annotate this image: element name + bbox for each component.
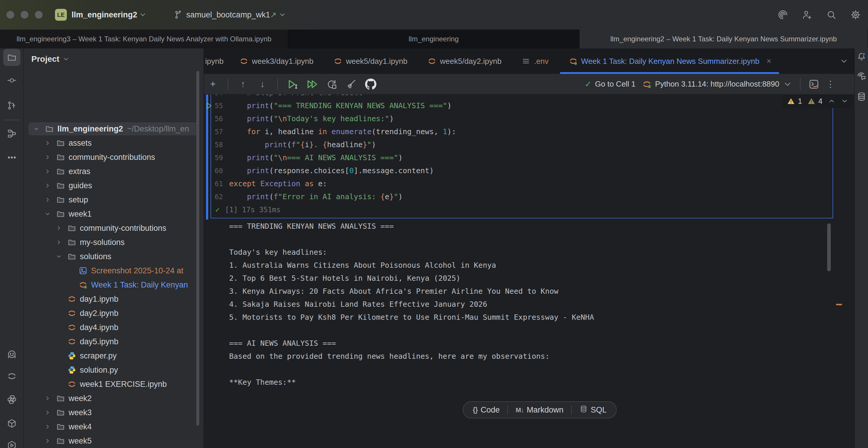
code-line[interactable]: 57 for i, headline in enumerate(trending… — [204, 125, 855, 138]
tree-chevron-icon[interactable] — [44, 154, 51, 160]
tree-item[interactable]: Screenshot 2025-10-24 at — [24, 264, 204, 278]
huggingface-button[interactable] — [3, 346, 21, 363]
tree-item[interactable]: day2.ipynb — [24, 306, 204, 320]
project-folder-button[interactable] — [3, 49, 21, 66]
database-button[interactable] — [856, 91, 867, 102]
tree-chevron-icon[interactable] — [44, 395, 51, 402]
ai-assistant-icon[interactable] — [778, 9, 788, 20]
tree-item[interactable]: week1 — [24, 207, 204, 221]
tree-item[interactable]: guides — [24, 179, 204, 193]
tree-chevron-icon[interactable] — [44, 211, 51, 217]
tree-item[interactable]: my-solutions — [24, 235, 204, 249]
clear-outputs-button[interactable] — [345, 78, 357, 90]
github-icon[interactable] — [365, 78, 377, 90]
tree-chevron-icon[interactable] — [44, 140, 51, 146]
tree-item[interactable]: week1 EXERCISE.ipynb — [24, 377, 204, 391]
tree-item[interactable]: community-contributions — [24, 150, 204, 164]
tree-item[interactable]: scraper.py — [24, 349, 204, 363]
move-cell-up-button[interactable]: ↑ — [237, 78, 249, 90]
restart-kernel-button[interactable] — [326, 78, 338, 90]
tree-item[interactable]: week2 — [24, 391, 204, 406]
tree-item[interactable]: assets — [24, 136, 204, 150]
tree-item[interactable]: week3 — [24, 406, 204, 420]
next-problem-chevron-icon[interactable] — [841, 97, 848, 105]
tree-item[interactable]: Week 1 Task: Daily Kenyan — [24, 278, 204, 292]
run-all-cells-button[interactable] — [306, 78, 318, 90]
chevron-down-icon[interactable] — [139, 11, 147, 19]
more-options-kebab-icon[interactable]: ⋮ — [826, 80, 835, 89]
tree-item[interactable]: solutions — [24, 249, 204, 264]
tree-chevron-icon[interactable] — [56, 239, 62, 246]
code-line[interactable]: 62 print(f"Error in AI analysis: {e}") — [204, 190, 855, 203]
tree-chevron-icon[interactable] — [56, 225, 62, 231]
editor-tab[interactable]: Week 1 Task: Daily Kenyan News Summarize… — [559, 49, 781, 74]
code-line[interactable]: 61except Exception as e: — [204, 177, 855, 190]
output-scrollbar[interactable] — [827, 223, 831, 271]
close-tab-icon[interactable]: × — [767, 57, 771, 66]
window-zoom-button[interactable] — [35, 11, 42, 19]
code-line[interactable]: 56 print("\nToday's key headlines:") — [204, 112, 855, 125]
hidden-tabs-chevron-icon[interactable] — [840, 57, 848, 66]
tree-chevron-icon[interactable] — [44, 182, 51, 189]
code-line[interactable]: 58 print(f"{i}. {headline}") — [204, 138, 855, 151]
window-tab[interactable]: llm_engineering — [288, 30, 580, 49]
code-line[interactable]: 54 # Step 5: Print the result — [204, 95, 855, 99]
add-markdown-cell-button[interactable]: M↓Markdown — [508, 402, 571, 418]
jupyter-tool-button[interactable] — [3, 367, 21, 385]
tree-chevron-icon[interactable] — [56, 253, 62, 260]
tree-chevron-icon[interactable] — [44, 438, 51, 444]
structure-button[interactable] — [3, 125, 21, 142]
version-control-button[interactable] — [3, 97, 21, 114]
editor-tab[interactable]: week3/day1.ipynb — [229, 49, 323, 74]
project-scrollbar[interactable] — [196, 71, 199, 425]
project-name[interactable]: llm_engineering2 — [71, 10, 137, 20]
commit-button[interactable] — [3, 72, 21, 89]
tree-chevron-icon[interactable] — [44, 423, 51, 430]
code-line[interactable]: 55 print("=== TRENDING KENYAN NEWS ANALY… — [204, 99, 855, 112]
add-cell-button[interactable]: + — [207, 78, 219, 90]
tree-item[interactable]: llm_engineering2~/Desktop/llm_en — [24, 122, 204, 136]
add-code-cell-button[interactable]: {}Code — [465, 402, 507, 418]
editor-tab[interactable]: week5/day1.ipynb — [323, 49, 417, 74]
project-panel-header[interactable]: Project — [31, 54, 69, 64]
run-cell-button[interactable] — [287, 78, 299, 90]
window-tab[interactable]: llm_engineering2 – Week 1 Task: Daily Ke… — [580, 30, 868, 49]
editor-tab[interactable]: ipynb — [204, 49, 229, 74]
push-arrow-icon[interactable]: ↗ — [270, 10, 277, 20]
window-minimize-button[interactable] — [21, 11, 28, 19]
code-with-me-icon[interactable] — [802, 9, 812, 20]
tree-item[interactable]: setup — [24, 193, 204, 207]
tree-item[interactable]: community-contributions — [24, 221, 204, 235]
code-line[interactable]: 60 print(response.choices[0].message.con… — [204, 164, 855, 177]
python-console-button[interactable] — [3, 391, 21, 408]
notifications-button[interactable] — [856, 51, 867, 63]
ai-assistant-button[interactable] — [856, 70, 867, 82]
branch-name[interactable]: samuel_bootcamp_wk1 — [186, 10, 270, 20]
inspections-widget[interactable]: 1 4 — [782, 95, 853, 108]
settings-gear-icon[interactable] — [850, 9, 861, 20]
python-packages-button[interactable] — [3, 415, 21, 432]
editor-tab[interactable]: .env — [512, 49, 558, 74]
tree-chevron-icon[interactable] — [44, 409, 51, 416]
more-button[interactable] — [3, 149, 21, 166]
tree-item[interactable]: day4.ipynb — [24, 320, 204, 334]
notebook-editor[interactable]: 54 # Step 5: Print the result55 print("=… — [204, 95, 855, 448]
window-tab[interactable]: llm_engineering3 – Week 1 Task: Kenyan D… — [0, 30, 288, 49]
kernel-selector[interactable]: Python 3.11.14: http://localhost:8890 — [642, 79, 792, 89]
tree-item[interactable]: extras — [24, 164, 204, 179]
window-close-button[interactable] — [6, 11, 14, 19]
error-stripe-mark[interactable] — [836, 304, 842, 305]
goto-cell-button[interactable]: ✓ Go to Cell 1 — [585, 79, 636, 89]
tree-chevron-icon[interactable] — [44, 168, 51, 174]
move-cell-down-button[interactable]: ↓ — [257, 78, 269, 90]
previous-problem-chevron-icon[interactable] — [828, 97, 835, 105]
search-icon[interactable] — [826, 9, 837, 20]
tree-item[interactable]: week5 — [24, 434, 204, 448]
chevron-down-icon[interactable] — [278, 11, 286, 19]
tree-chevron-icon[interactable] — [44, 196, 51, 203]
tree-item[interactable]: day5.ipynb — [24, 334, 204, 349]
tree-item[interactable]: day1.ipynb — [24, 292, 204, 306]
add-sql-cell-button[interactable]: SQL — [572, 402, 614, 418]
tree-item[interactable]: week4 — [24, 420, 204, 434]
tree-chevron-icon[interactable] — [33, 126, 40, 132]
